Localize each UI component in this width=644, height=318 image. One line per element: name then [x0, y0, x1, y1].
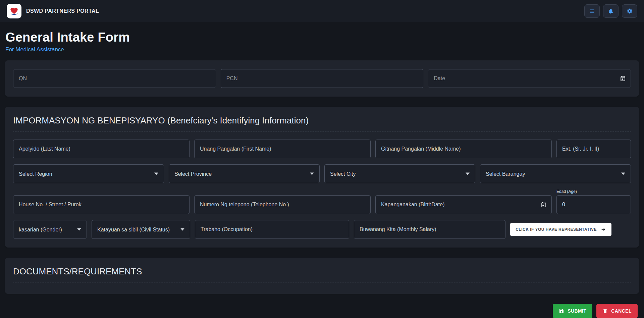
last-name-field-wrap	[13, 140, 190, 158]
brand-group: DSWD PARTNERS PORTAL	[7, 4, 99, 18]
dswd-logo	[7, 4, 21, 18]
menu-icon	[589, 8, 595, 14]
pcn-input[interactable]	[221, 69, 424, 88]
documents-card: DOCUMENTS/REQUIREMENTS	[5, 258, 639, 294]
date-field-wrap	[428, 69, 631, 88]
ext-input[interactable]	[556, 140, 631, 158]
arrow-right-icon	[601, 227, 606, 232]
occupation-field-wrap	[195, 220, 349, 239]
gender-select[interactable]: kasarian (Gender)	[13, 220, 87, 239]
settings-button[interactable]	[622, 4, 637, 18]
middle-name-input[interactable]	[375, 140, 552, 158]
documents-heading: DOCUMENTS/REQUIREMENTS	[13, 266, 631, 282]
pcn-field-wrap	[221, 69, 424, 88]
navbar-actions	[581, 4, 637, 18]
age-field-wrap: Edad (Age)	[556, 189, 631, 214]
cancel-button-label: CANCEL	[611, 308, 632, 314]
barangay-select[interactable]: Select Barangay	[480, 164, 631, 183]
reference-card	[5, 60, 639, 97]
qn-input[interactable]	[13, 69, 216, 88]
civil-status-select[interactable]: Katayuan sa sibil (Civil Status)	[92, 220, 190, 239]
occupation-input[interactable]	[195, 220, 349, 239]
page-title: General Intake Form	[5, 30, 639, 45]
barangay-select-wrap: Select Barangay	[480, 164, 631, 183]
ext-field-wrap	[556, 140, 631, 158]
page-subtitle[interactable]: For Medical Assistance	[5, 46, 639, 53]
first-name-input[interactable]	[194, 140, 371, 158]
age-label: Edad (Age)	[556, 189, 631, 194]
submit-button-label: SUBMIT	[568, 308, 586, 314]
birthdate-field-wrap	[375, 195, 552, 214]
menu-button[interactable]	[584, 4, 600, 18]
qn-field-wrap	[13, 69, 216, 88]
city-select-wrap: Select City	[324, 164, 475, 183]
brand-title: DSWD PARTNERS PORTAL	[26, 8, 99, 14]
date-input[interactable]	[428, 69, 631, 88]
page-header: General Intake Form For Medical Assistan…	[0, 22, 644, 53]
bell-icon	[608, 8, 614, 14]
middle-name-field-wrap	[375, 140, 552, 158]
birthdate-input[interactable]	[375, 195, 552, 214]
dswd-logo-icon	[9, 6, 19, 16]
cancel-button[interactable]: CANCEL	[596, 304, 638, 318]
first-name-field-wrap	[194, 140, 371, 158]
region-select-wrap: Select Region	[13, 164, 164, 183]
salary-input[interactable]	[354, 220, 505, 239]
province-select-wrap: Select Province	[169, 164, 320, 183]
province-select[interactable]: Select Province	[169, 164, 320, 183]
trash-icon	[602, 308, 608, 314]
notifications-button[interactable]	[603, 4, 619, 18]
age-input[interactable]	[556, 195, 631, 214]
form-actions: SUBMIT CANCEL	[6, 304, 638, 318]
telephone-input[interactable]	[194, 195, 371, 214]
representative-button-label: CLICK IF YOU HAVE REPRESENTATIVE	[516, 227, 597, 232]
beneficiary-card: IMPORMASYON NG BENEPISYARYO (Benefciary'…	[5, 107, 639, 248]
telephone-field-wrap	[194, 195, 371, 214]
civil-status-select-wrap: Katayuan sa sibil (Civil Status)	[92, 220, 190, 239]
region-select[interactable]: Select Region	[13, 164, 164, 183]
street-input[interactable]	[13, 195, 190, 214]
representative-button[interactable]: CLICK IF YOU HAVE REPRESENTATIVE	[510, 223, 611, 236]
top-navbar: DSWD PARTNERS PORTAL	[0, 0, 644, 22]
street-field-wrap	[13, 195, 190, 214]
gear-icon	[627, 8, 633, 14]
salary-field-wrap	[354, 220, 505, 239]
save-icon	[559, 308, 564, 314]
submit-button[interactable]: SUBMIT	[553, 304, 592, 318]
gender-select-wrap: kasarian (Gender)	[13, 220, 87, 239]
last-name-input[interactable]	[13, 140, 190, 158]
beneficiary-heading: IMPORMASYON NG BENEPISYARYO (Benefciary'…	[13, 115, 631, 131]
city-select[interactable]: Select City	[324, 164, 475, 183]
